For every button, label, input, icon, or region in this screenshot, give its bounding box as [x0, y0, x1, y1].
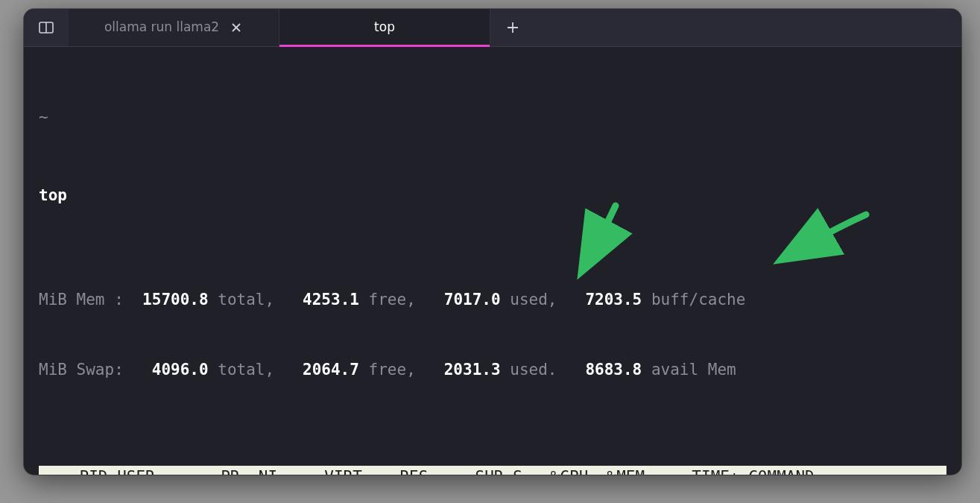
terminal-output[interactable]: ~ top MiB Mem : 15700.8 total, 4253.1 fr…	[24, 47, 961, 475]
tab-bar: ollama run llama2 top	[24, 9, 961, 47]
prompt-line: ~	[39, 106, 946, 130]
command-line: top	[39, 184, 946, 208]
swap-summary: MiB Swap: 4096.0 total, 2064.7 free, 203…	[39, 358, 946, 382]
new-tab-button[interactable]	[490, 9, 535, 46]
process-table-header: PID USER PR NI VIRT RES SHR S %CPU %MEM …	[39, 466, 946, 475]
tab-top[interactable]: top	[279, 9, 490, 46]
tab-label: ollama run llama2	[104, 18, 219, 37]
tab-label: top	[374, 18, 395, 37]
terminal-window: ollama run llama2 top ~ top MiB Mem : 15…	[24, 9, 961, 475]
memory-summary: MiB Mem : 15700.8 total, 4253.1 free, 70…	[39, 288, 946, 312]
command-name: top	[39, 186, 67, 204]
tab-ollama[interactable]: ollama run llama2	[69, 9, 279, 46]
close-icon[interactable]	[230, 21, 243, 34]
split-pane-icon[interactable]	[24, 9, 69, 46]
